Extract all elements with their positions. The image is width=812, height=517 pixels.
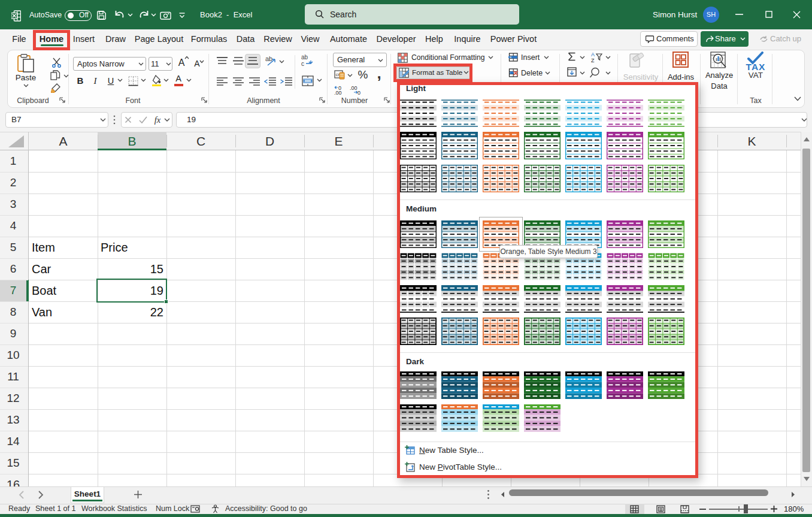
svg-text:ab: ab — [265, 56, 272, 62]
svg-text:c: c — [301, 61, 304, 66]
svg-text:.00: .00 — [350, 85, 357, 91]
svg-text:A: A — [591, 52, 595, 58]
svg-text:Z: Z — [591, 58, 595, 63]
svg-text:0: 0 — [357, 90, 360, 95]
svg-text:ab: ab — [301, 55, 308, 61]
svg-text:.00: .00 — [334, 90, 342, 95]
svg-text:cr: cr — [336, 72, 340, 77]
